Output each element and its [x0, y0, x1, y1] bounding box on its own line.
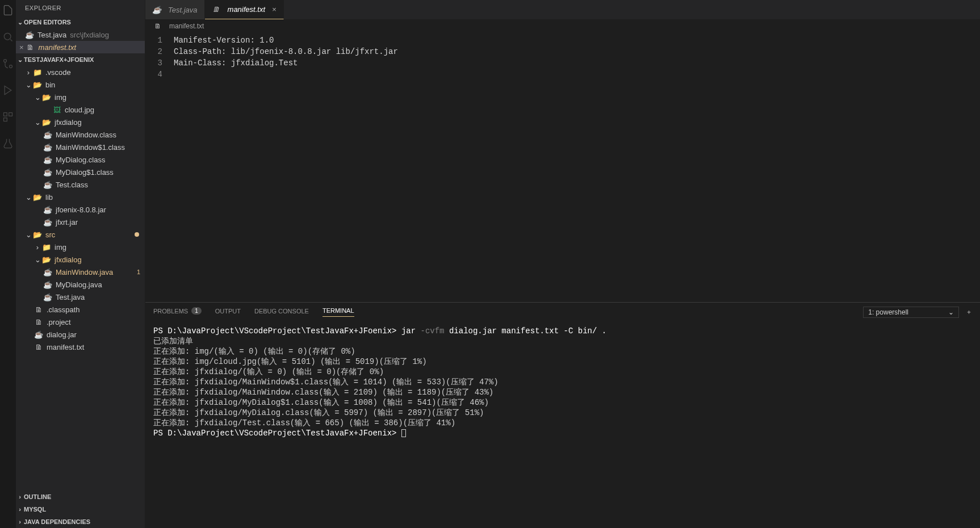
svg-rect-5 — [9, 113, 12, 116]
tree-file[interactable]: 🗎manifest.txt — [16, 341, 145, 353]
tree-folder-src[interactable]: ⌄📂 src — [16, 228, 145, 241]
new-terminal-icon[interactable]: ＋ — [966, 308, 972, 316]
svg-rect-6 — [4, 118, 7, 121]
terminal-output[interactable]: PS D:\JavaProject\VScodeProject\TestJava… — [145, 321, 980, 528]
modified-dot-icon — [135, 232, 139, 237]
jar-icon: ☕ — [34, 330, 43, 339]
tree-file[interactable]: ☕dialog.jar — [16, 328, 145, 341]
tab-output[interactable]: OUTPUT — [215, 308, 241, 317]
tree-folder-src-img[interactable]: ›📁 img — [16, 241, 145, 253]
file-icon: 🗎 — [26, 43, 35, 52]
tree-file[interactable]: ☕jfoenix-8.0.8.jar — [16, 203, 145, 216]
java-icon: ☕ — [43, 130, 52, 139]
file-icon: 🗎 — [34, 317, 43, 326]
java-icon: ☕ — [43, 155, 52, 164]
svg-marker-3 — [5, 86, 11, 95]
tree-file[interactable]: 🗎.project — [16, 316, 145, 328]
chevron-down-icon: ⌄ — [948, 308, 954, 316]
tree-folder-jfxdialog[interactable]: ⌄📂 jfxdialog — [16, 116, 145, 128]
folder-icon: 📁 — [42, 242, 51, 252]
close-icon[interactable]: × — [272, 5, 277, 14]
sidebar: EXPLORER ⌄OPEN EDITORS ☕ Test.java src\j… — [16, 0, 145, 528]
scm-icon[interactable] — [2, 58, 14, 71]
tree-file[interactable]: ☕MainWindow.class — [16, 128, 145, 141]
tree-file[interactable]: ☕MyDialog$1.class — [16, 166, 145, 178]
folder-icon: 📂 — [33, 230, 42, 239]
svg-point-1 — [4, 60, 7, 62]
java-icon: ☕ — [43, 280, 52, 289]
code-content[interactable]: Manifest-Version: 1.0 Class-Path: lib/jf… — [174, 35, 980, 302]
svg-point-0 — [4, 33, 11, 40]
tree-folder-bin[interactable]: ⌄📂 bin — [16, 78, 145, 91]
java-icon: ☕ — [43, 143, 52, 152]
workspace-header[interactable]: ⌄TESTJAVAFX+JFOENIX — [16, 53, 145, 66]
editor-tabs: ☕ Test.java 🗎 manifest.txt × — [145, 0, 980, 20]
breadcrumb[interactable]: 🗎 manifest.txt — [145, 20, 980, 32]
svg-point-2 — [10, 65, 12, 68]
open-editors-header[interactable]: ⌄OPEN EDITORS — [16, 16, 145, 28]
tab-manifest-txt[interactable]: 🗎 manifest.txt × — [205, 0, 284, 19]
javadeps-header[interactable]: ›JAVA DEPENDENCIES — [16, 516, 145, 528]
java-icon: ☕ — [43, 167, 52, 177]
svg-rect-4 — [4, 113, 7, 116]
tab-terminal[interactable]: TERMINAL — [323, 307, 354, 317]
tree-folder-lib[interactable]: ⌄📂 lib — [16, 191, 145, 203]
folder-icon: 📂 — [33, 192, 42, 202]
tree-file-mainwindow-java[interactable]: ☕ MainWindow.java 1 — [16, 266, 145, 278]
test-icon[interactable] — [2, 138, 14, 151]
file-icon: 🗎 — [34, 342, 43, 351]
image-icon: 🖼 — [52, 105, 61, 114]
tree-file[interactable]: ☕MyDialog.class — [16, 153, 145, 166]
tree-file[interactable]: ☕Test.class — [16, 178, 145, 191]
main-area: ☕ Test.java 🗎 manifest.txt × 🗎 manifest.… — [145, 0, 980, 528]
mysql-header[interactable]: ›MYSQL — [16, 503, 145, 516]
open-editor-item-active[interactable]: × 🗎 manifest.txt — [16, 41, 145, 53]
java-icon: ☕ — [43, 267, 52, 276]
tab-problems[interactable]: PROBLEMS 1 — [153, 307, 202, 317]
panel-tabs: PROBLEMS 1 OUTPUT DEBUG CONSOLE TERMINAL… — [145, 303, 980, 321]
files-icon[interactable] — [2, 5, 14, 18]
java-icon: ☕ — [25, 30, 34, 39]
problems-badge: 1 — [191, 307, 202, 315]
problem-count-badge: 1 — [137, 269, 140, 275]
tree-file-cloud[interactable]: 🖼 cloud.jpg — [16, 103, 145, 116]
folder-icon: 📁 — [33, 68, 42, 77]
search-icon[interactable] — [2, 31, 14, 44]
terminal-selector[interactable]: 1: powershell ⌄ — [863, 307, 959, 318]
tree-folder-img[interactable]: ⌄📂 img — [16, 91, 145, 103]
file-icon: 🗎 — [153, 22, 162, 31]
java-icon: ☕ — [43, 180, 52, 189]
extensions-icon[interactable] — [2, 111, 14, 124]
folder-icon: 📂 — [42, 255, 51, 264]
activity-bar — [0, 0, 16, 528]
jar-icon: ☕ — [43, 217, 52, 227]
file-icon: 🗎 — [34, 305, 43, 314]
outline-header[interactable]: ›OUTLINE — [16, 491, 145, 503]
folder-icon: 📂 — [42, 93, 51, 102]
tree-file[interactable]: ☕Test.java — [16, 291, 145, 303]
file-icon: 🗎 — [212, 5, 221, 14]
tree-file[interactable]: ☕MyDialog.java — [16, 278, 145, 291]
tab-test-java[interactable]: ☕ Test.java — [145, 0, 205, 19]
code-editor[interactable]: 1234 Manifest-Version: 1.0 Class-Path: l… — [145, 32, 980, 302]
sidebar-title: EXPLORER — [16, 0, 145, 16]
bottom-panel: PROBLEMS 1 OUTPUT DEBUG CONSOLE TERMINAL… — [145, 302, 980, 528]
tree-folder-src-jfxdialog[interactable]: ⌄📂 jfxdialog — [16, 253, 145, 266]
tree-file[interactable]: 🗎.classpath — [16, 303, 145, 316]
folder-icon: 📂 — [33, 80, 42, 89]
terminal-cursor — [401, 429, 406, 437]
open-editor-item[interactable]: ☕ Test.java src\jfxdialog — [16, 28, 145, 41]
tab-debug-console[interactable]: DEBUG CONSOLE — [254, 308, 309, 317]
java-icon: ☕ — [43, 292, 52, 301]
folder-icon: 📂 — [42, 118, 51, 127]
debug-icon[interactable] — [2, 85, 14, 98]
tree-file[interactable]: ☕jfxrt.jar — [16, 216, 145, 228]
jar-icon: ☕ — [43, 205, 52, 214]
close-icon[interactable]: × — [19, 43, 24, 52]
java-icon: ☕ — [152, 5, 161, 14]
line-numbers: 1234 — [145, 35, 174, 302]
tree-file[interactable]: ☕MainWindow$1.class — [16, 141, 145, 153]
tree-folder-vscode[interactable]: ›📁 .vscode — [16, 66, 145, 78]
